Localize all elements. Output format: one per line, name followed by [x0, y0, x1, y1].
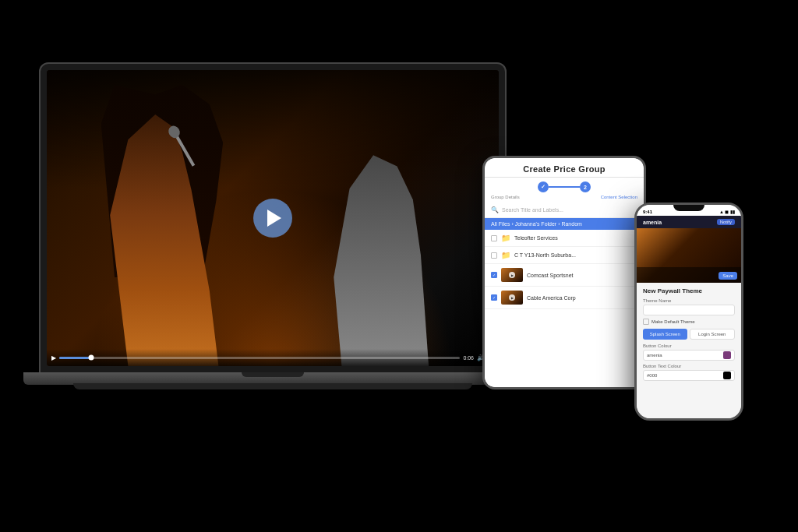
colour-preview — [723, 351, 731, 359]
file-list: 📁 Teleofter Services 📁 C T Y13-North Sub… — [485, 230, 644, 387]
play-button[interactable] — [253, 199, 292, 238]
theme-name-input[interactable] — [643, 305, 735, 315]
login-screen-tab[interactable]: Login Screen — [690, 329, 736, 340]
video-controls-bar: ▶ 0:06 🔊 ⛶ — [47, 349, 499, 366]
laptop-screen: ▶ 0:06 🔊 ⛶ — [47, 70, 499, 366]
laptop-base — [23, 372, 522, 385]
steps-progress-bar: ✓ 2 — [485, 178, 644, 195]
folder-icon-2: 📁 — [501, 251, 510, 259]
folder-icon-1: 📁 — [501, 234, 510, 242]
button-colour-dropdown[interactable]: amenia — [643, 350, 735, 361]
time-display: 0:06 — [463, 355, 474, 361]
progress-fill — [59, 357, 91, 359]
file-checkbox-3[interactable] — [491, 272, 497, 278]
progress-thumb[interactable] — [89, 355, 94, 361]
file-name-3: Comcast Sportsnet — [527, 273, 637, 278]
file-item-4[interactable]: ▶ Cable America Corp — [485, 287, 644, 309]
laptop-body: ▶ 0:06 🔊 ⛶ — [39, 62, 507, 374]
phone-form-area: New Paywall Theme Theme Name Make Defaul… — [637, 283, 741, 418]
search-bar[interactable]: 🔍 Search Title and Labels... — [485, 203, 644, 218]
default-theme-label: Make Default Theme — [651, 319, 695, 324]
tablet-device: Create Price Group ✓ 2 Group Details Con… — [482, 156, 646, 389]
phone-save-button[interactable]: Save — [719, 272, 737, 280]
play-pause-button[interactable]: ▶ — [51, 354, 56, 361]
tablet-page-title: Create Price Group — [493, 164, 636, 174]
theme-name-label: Theme Name — [643, 298, 735, 303]
thumb-play-icon-2: ▶ — [509, 294, 515, 301]
progress-bar[interactable] — [59, 357, 460, 359]
file-item-2[interactable]: 📁 C T Y13-North Suburba... — [485, 247, 644, 264]
step-1-circle: ✓ — [538, 181, 549, 192]
screen-tabs: Splash Screen Login Screen — [643, 329, 735, 340]
file-name-2: C T Y13-North Suburba... — [514, 252, 637, 258]
phone-notify-button[interactable]: Notify — [717, 219, 735, 225]
step-connector — [549, 186, 580, 188]
file-item-3[interactable]: ▶ Comcast Sportsnet — [485, 264, 644, 287]
button-colour-label: Button Colour — [643, 344, 735, 348]
search-input[interactable]: Search Title and Labels... — [502, 207, 563, 213]
main-scene: ▶ 0:06 🔊 ⛶ Create Pri — [0, 0, 798, 532]
file-checkbox-1[interactable] — [491, 235, 497, 241]
steps-labels: Group Details Content Selection — [485, 195, 644, 203]
file-name-1: Teleofter Services — [514, 235, 637, 241]
button-colour-value: amenia — [647, 353, 662, 358]
file-item-1[interactable]: 📁 Teleofter Services — [485, 230, 644, 247]
file-thumbnail-3: ▶ — [501, 268, 523, 282]
laptop-device: ▶ 0:06 🔊 ⛶ — [39, 62, 507, 467]
button-text-colour-dropdown[interactable]: #000 — [643, 370, 735, 381]
default-theme-checkbox[interactable] — [643, 319, 649, 325]
button-text-colour-value: #000 — [647, 373, 657, 378]
step-2-circle: 2 — [580, 181, 591, 192]
file-thumbnail-4: ▶ — [501, 291, 523, 305]
splash-screen-tab[interactable]: Splash Screen — [643, 329, 687, 340]
button-text-colour-label: Button Text Colour — [643, 364, 735, 368]
phone-screen: 9:41 ▲ ◼ ▮▮ amenia Notify Save New Paywa… — [637, 205, 741, 418]
phone-notch — [673, 205, 704, 211]
thumb-play-icon: ▶ — [509, 272, 515, 278]
phone-device: 9:41 ▲ ◼ ▮▮ amenia Notify Save New Paywa… — [634, 203, 743, 421]
phone-header-title: amenia — [643, 220, 662, 225]
step-1-label: Group Details — [491, 195, 520, 199]
phone-header: amenia Notify — [637, 216, 741, 228]
phone-video-thumbnail[interactable]: Save — [637, 228, 741, 283]
step-2-label: Content Selection — [601, 195, 637, 199]
tablet-screen: Create Price Group ✓ 2 Group Details Con… — [485, 158, 644, 387]
tablet-header: Create Price Group — [485, 158, 644, 178]
concert-background: ▶ 0:06 🔊 ⛶ — [47, 70, 499, 366]
phone-section-title: New Paywall Theme — [643, 287, 735, 294]
file-checkbox-2[interactable] — [491, 252, 497, 259]
text-colour-preview — [723, 372, 731, 379]
phone-status-icons: ▲ ◼ ▮▮ — [719, 209, 735, 214]
breadcrumb-bar: All Files › Johanna's Folder › Random — [485, 218, 644, 230]
phone-time: 9:41 — [643, 210, 652, 214]
file-name-4: Cable America Corp — [527, 295, 637, 301]
breadcrumb-text: All Files › Johanna's Folder › Random — [491, 221, 582, 227]
file-checkbox-4[interactable] — [491, 294, 497, 301]
laptop-notch — [242, 372, 304, 377]
default-theme-row[interactable]: Make Default Theme — [643, 319, 735, 325]
search-icon: 🔍 — [491, 206, 499, 213]
